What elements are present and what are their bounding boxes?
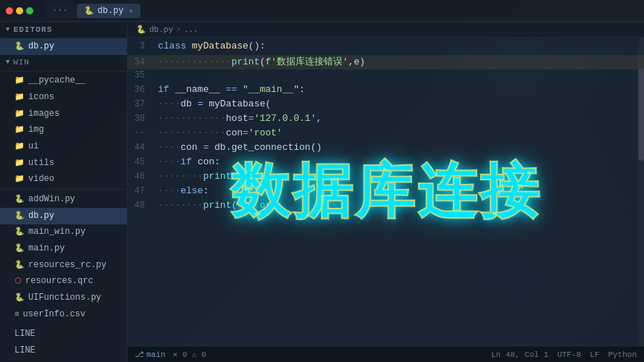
folder-ui-label: ui: [28, 140, 38, 153]
bottom-line-1-label: LINE: [14, 327, 35, 341]
breadcrumb-symbol: ...: [184, 25, 198, 34]
code-line-46: 46 ········print('succ'): [127, 171, 644, 185]
code-line-37: 37 ····db = myDatabase(: [127, 98, 644, 113]
python-file-icon: 🐍: [14, 41, 25, 54]
sidebar-separator-1: [0, 71, 127, 72]
sidebar-file-uifunctions[interactable]: 🐍 UIFunctions.py: [0, 290, 127, 306]
git-branch-icon: ⎇: [135, 350, 144, 359]
win-label: WIN: [13, 58, 29, 67]
git-branch-label: main: [146, 350, 165, 359]
line-num-48: 48: [127, 201, 155, 211]
sidebar-folder-ui[interactable]: 📁 ui: [0, 138, 127, 155]
editors-label: EDITORS: [14, 25, 53, 34]
scrollbar-thumb: [638, 69, 644, 161]
file-resources-rc-label: resources_rc.py: [28, 258, 106, 272]
line-num-46: 46: [127, 172, 155, 182]
line-content-48: ········print('error'): [155, 200, 283, 211]
folder-utils-label: utils: [28, 156, 54, 170]
code-editor[interactable]: 3 class myDatabase(): 34 ·············pr…: [127, 38, 644, 346]
editor-area: 🐍 db.py > ... 3 class myDatabase(): 34: [127, 22, 644, 362]
line-num-37: 37: [127, 99, 155, 109]
file-main-label: main.py: [28, 242, 64, 256]
main-content: ▼ EDITORS 🐍 db.py ▼ WIN 📁 __pycache__ 📁: [0, 22, 644, 362]
win-section-header[interactable]: ▼ WIN: [0, 55, 127, 70]
encoding-indicator[interactable]: UTF-8: [557, 350, 581, 359]
sidebar-folder-images[interactable]: 📁 images: [0, 106, 127, 122]
maximize-button[interactable]: [26, 7, 33, 14]
folder-icon: 📁: [14, 157, 25, 170]
line-num-47: 47: [127, 186, 155, 196]
python-icon: 🐍: [14, 226, 25, 239]
window-controls: [6, 7, 33, 14]
sidebar-item-db-py-editor[interactable]: 🐍 db.py: [0, 38, 127, 55]
sidebar-file-dbpy[interactable]: 🐍 db.py: [0, 208, 127, 224]
title-bar: ··· 🐍 db.py ✕: [0, 0, 644, 22]
errors-count[interactable]: ✕ 0 ⚠ 0: [172, 350, 206, 359]
bottom-line-2-label: LINE: [14, 344, 35, 358]
sidebar-bottom: LINE LINE: [0, 323, 127, 362]
status-left: ⎇ main ✕ 0 ⚠ 0: [135, 350, 206, 359]
file-userinfo-label: userInfo.csv: [23, 308, 85, 321]
breadcrumb-sep: >: [176, 25, 181, 34]
tab-db-py-label: db.py: [98, 6, 124, 16]
tab-bar: ··· 🐍 db.py ✕: [45, 4, 638, 18]
line-num-38: 38: [127, 114, 155, 124]
code-line-48: 48 ········print('error'): [127, 200, 644, 214]
sidebar-folder-utils[interactable]: 📁 utils: [0, 155, 127, 172]
breadcrumb-filename: db.py: [149, 25, 173, 34]
line-content-45: ····if con:: [155, 156, 220, 167]
sidebar-folder-icons[interactable]: 📁 icons: [0, 89, 127, 106]
folder-pycache-label: __pycache__: [28, 74, 85, 88]
sidebar-bottom-line-1: LINE: [0, 326, 127, 342]
warning-icon: ⚠: [192, 350, 197, 359]
line-num-45: 45: [127, 157, 155, 167]
sidebar-file-resources-rc[interactable]: 🐍 resources_rc.py: [0, 257, 127, 274]
sidebar-file-mainwin[interactable]: 🐍 main_win.py: [0, 224, 127, 241]
sidebar-folder-pycache[interactable]: 📁 __pycache__: [0, 73, 127, 90]
file-uifunctions-label: UIFunctions.py: [28, 291, 101, 305]
file-mainwin-label: main_win.py: [28, 225, 85, 239]
editor-scrollbar[interactable]: [638, 38, 644, 346]
language-indicator[interactable]: Python: [608, 350, 637, 359]
tab-db-py[interactable]: 🐍 db.py ✕: [77, 4, 141, 18]
file-resources-qrc-label: resources.qrc: [25, 274, 93, 288]
minimize-button[interactable]: [16, 7, 23, 14]
sidebar: ▼ EDITORS 🐍 db.py ▼ WIN 📁 __pycache__ 📁: [0, 22, 127, 362]
folder-icon: 📁: [14, 75, 25, 88]
line-content-38: ············host='127.0.0.1',: [155, 113, 322, 124]
status-right: Ln 48, Col 1 UTF-8 LF Python: [491, 350, 637, 359]
editors-section-header[interactable]: ▼ EDITORS: [0, 22, 127, 38]
sidebar-file-userinfo[interactable]: ≡ userInfo.csv: [0, 306, 127, 323]
error-icon: ✕: [172, 350, 177, 359]
folder-icon: 📁: [14, 173, 25, 186]
sidebar-file-resources-qrc[interactable]: ⬡ resources.qrc: [0, 274, 127, 290]
folder-images-label: images: [28, 107, 59, 121]
tab-dots[interactable]: ···: [45, 4, 75, 18]
errors-num: 0: [183, 350, 188, 359]
sidebar-folder-img[interactable]: 📁 img: [0, 122, 127, 139]
sidebar-folder-video[interactable]: 📁 video: [0, 172, 127, 188]
python-tab-icon: 🐍: [84, 6, 94, 15]
code-line-45: 45 ····if con:: [127, 156, 644, 171]
python-icon: 🐍: [14, 193, 25, 206]
close-button[interactable]: [6, 7, 13, 14]
line-content-46: ········print('succ'): [155, 171, 277, 182]
line-num-36: 36: [127, 85, 155, 95]
csv-icon: ≡: [14, 308, 20, 321]
tab-close-icon[interactable]: ✕: [129, 7, 133, 15]
code-line-44: 44 ····con = db.get_connection(): [127, 142, 644, 156]
file-addwin-label: addWin.py: [28, 193, 75, 206]
folder-video-label: video: [28, 172, 54, 186]
sidebar-file-main[interactable]: 🐍 main.py: [0, 240, 127, 257]
line-content-37: ····db = myDatabase(: [155, 98, 271, 109]
line-ending-indicator[interactable]: LF: [590, 350, 599, 359]
git-branch[interactable]: ⎇ main: [135, 350, 165, 359]
line-content-44: ····con = db.get_connection(): [155, 142, 322, 153]
breadcrumb-py-icon: 🐍: [136, 25, 146, 34]
sidebar-file-addwin[interactable]: 🐍 addWin.py: [0, 191, 127, 208]
code-line-36: 36 if __name__ == "__main__":: [127, 84, 644, 98]
ln-col-indicator[interactable]: Ln 48, Col 1: [491, 350, 548, 359]
code-line-35: 35: [127, 70, 644, 84]
sidebar-editor-filename: db.py: [28, 40, 54, 54]
xml-icon: ⬡: [14, 275, 22, 288]
